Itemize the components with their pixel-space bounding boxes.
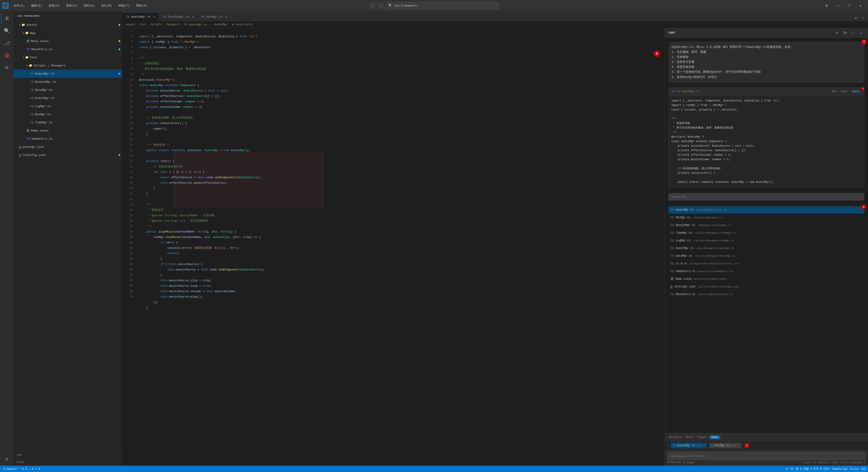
chat-file-timemgr[interactable]: TS TimeMgr.ts …scripts/Managers/TimeMgr.… bbox=[669, 229, 864, 237]
file-name: MainEntry.ts bbox=[676, 293, 695, 296]
breadcrumb-audiomgr-ts[interactable]: TS AudioMgr.ts bbox=[184, 23, 207, 26]
activity-debug[interactable]: 🐞 bbox=[1, 50, 12, 61]
sidebar-item-core[interactable]: ▾ 📁 Core bbox=[13, 53, 122, 61]
chat-new-button[interactable]: + bbox=[834, 30, 840, 36]
menu-terminal[interactable]: 终端(T) bbox=[115, 0, 133, 11]
nav-tab-toggle[interactable]: Toggle bbox=[696, 435, 708, 439]
sidebar-item-timemgr[interactable]: TS TimeMgr.ts bbox=[13, 118, 122, 127]
sidebar-item-logmgr[interactable]: TS LogMgr.ts bbox=[13, 102, 122, 110]
tab-audiomgr[interactable]: TS AudioMgr.ts ✕ bbox=[122, 12, 159, 21]
search-files-area bbox=[669, 192, 864, 202]
chat-refresh-button[interactable]: ⟳ bbox=[842, 30, 848, 36]
settings-button[interactable]: ⚙ bbox=[822, 0, 832, 11]
nav-forward-button[interactable]: → bbox=[377, 2, 384, 9]
sidebar-item-packagejson[interactable]: {} package.json bbox=[13, 143, 122, 151]
chat-file-eventmgr[interactable]: TS EventMgr.ts …ipts/Managers/EventMgr.t… bbox=[669, 245, 864, 252]
menu-file[interactable]: 文件(F) bbox=[10, 0, 28, 11]
sidebar-item-tsconfigjson[interactable]: {} tsconfig.json bbox=[13, 151, 122, 159]
chat-maximize-button[interactable]: □ bbox=[850, 30, 856, 36]
copy-button[interactable]: Copy bbox=[839, 90, 849, 94]
ts-icon: TS bbox=[26, 137, 30, 140]
done-button[interactable]: Done bbox=[709, 435, 720, 439]
chat-input-field[interactable] bbox=[668, 452, 865, 460]
sidebar-item-assets[interactable]: ▾ 📁 assets bbox=[13, 21, 122, 29]
plus-icon[interactable]: + bbox=[668, 444, 669, 447]
line-numbers: 12345 678910 1112131415 1617181920 21222… bbox=[122, 28, 135, 466]
chat-code-filename: TS AudioMgr.ts bbox=[677, 90, 700, 93]
tab-close-icon[interactable]: ✕ bbox=[153, 15, 155, 19]
input-tab-resmgr[interactable]: TS ResMgr.ts File × bbox=[709, 443, 742, 448]
tab-resmgr[interactable]: TS ResMgr.ts ✕ bbox=[197, 12, 231, 21]
search-bar[interactable]: 🔍 c2d_framework bbox=[386, 2, 499, 9]
menu-view[interactable]: 查看(V) bbox=[63, 0, 80, 11]
breadcrumb-managers[interactable]: Managers bbox=[166, 23, 180, 26]
tab-close-icon[interactable]: ✕ bbox=[225, 15, 227, 19]
split-editor-button[interactable]: ⊞ bbox=[852, 15, 859, 21]
breadcrumb-constructor[interactable]: ⊕ constructor bbox=[232, 23, 253, 26]
nav-tab-enter[interactable]: Enter bbox=[684, 435, 695, 439]
activity-settings[interactable]: ⚙ bbox=[1, 453, 12, 465]
file-path: …scripts/Managers/TimeMgr.ts bbox=[694, 231, 736, 234]
activity-extensions[interactable]: ⊞ bbox=[1, 62, 12, 73]
chat-file-mainentry[interactable]: TS MainEntry.ts …assets/App/MainEntry.ts bbox=[669, 291, 864, 298]
minimize-button[interactable]: — bbox=[833, 0, 843, 11]
code-editor[interactable]: 12345 678910 1112131415 1617181920 21222… bbox=[122, 28, 664, 466]
tab-label: AudioMgr.ts bbox=[131, 15, 151, 19]
menu-select[interactable]: 选择(S) bbox=[45, 0, 63, 11]
search-files-input[interactable] bbox=[669, 193, 864, 200]
sidebar-item-managers[interactable]: ▾ 📁 Scripts | Managers bbox=[13, 61, 122, 70]
mention-hint[interactable]: @ Mention bbox=[668, 461, 681, 464]
chat-file-settings[interactable]: {} settings.json …g/Cursor/User/settings… bbox=[669, 283, 864, 290]
image-hint[interactable]: ⊞ Image bbox=[684, 461, 694, 464]
activity-git[interactable]: ⎇ bbox=[1, 37, 12, 49]
nav-tab-navigate[interactable]: Navigate bbox=[668, 435, 683, 439]
nav-back-button[interactable]: ← bbox=[369, 2, 376, 9]
error-count[interactable]: ⊗ 0 △ 0 ⊘ 0 bbox=[22, 467, 40, 471]
close-button[interactable]: ✕ bbox=[855, 0, 866, 11]
chat-file-resmgr[interactable]: TS ResMgr.ts …eScripts/Manage…y.ts bbox=[669, 214, 864, 221]
chat-file-datamgr[interactable]: TS DataMgr.ts …scripts/Managers/DataMgr.… bbox=[669, 252, 864, 260]
git-branch[interactable]: ⎇ master* bbox=[2, 467, 19, 471]
menu-edit[interactable]: 编辑(E) bbox=[28, 0, 45, 11]
sidebar-item-app[interactable]: ▾ 📁 App bbox=[13, 29, 122, 37]
chat-file-ccdts[interactable]: TS cc.d.ts …f/engine/bin/declarations/cc… bbox=[669, 260, 864, 267]
ts-icon: TS bbox=[670, 247, 674, 250]
status-indicator bbox=[119, 73, 120, 74]
sidebar-item-gameentry[interactable]: TS GameEntry.ts bbox=[13, 135, 122, 143]
apply-button[interactable]: Apply bbox=[850, 90, 862, 94]
tab-label: BundleMgr.ts bbox=[168, 15, 189, 19]
chat-file-logmgr[interactable]: TS LogMgr.ts …/Scripts/Managers/LogMgr.t… bbox=[669, 237, 864, 244]
sidebar-item-eventmgr[interactable]: TS EventMgr.ts bbox=[13, 94, 122, 102]
menu-goto[interactable]: 转到(G) bbox=[81, 0, 98, 11]
menu-run[interactable]: 运行(R) bbox=[98, 0, 115, 11]
sidebar-item-gamescene[interactable]: 🎬 Game.scene bbox=[13, 127, 122, 135]
activity-search[interactable]: 🔍 bbox=[1, 25, 12, 37]
input-tab-audiomgr[interactable]: TS AudioMgr.ts File × bbox=[671, 443, 707, 448]
chat-close-button[interactable]: ✕ bbox=[858, 30, 864, 36]
file-path: …f/engine/bin/declarations/cc.d.ts bbox=[689, 262, 740, 265]
tab-close-icon[interactable]: ✕ bbox=[192, 15, 194, 19]
editor-chat-split: 12345 678910 1112131415 1617181920 21222… bbox=[122, 28, 868, 466]
breadcrumb-scripts[interactable]: Scripts bbox=[151, 23, 162, 26]
chat-file-gameentry[interactable]: TS GameEntry.ts assets/Core/GameEntry.ts bbox=[669, 268, 864, 275]
sidebar-item-mainentry[interactable]: TS MainEntry.ts bbox=[13, 45, 122, 53]
chat-file-gamescene[interactable]: 🎬 Game.scene assets/Core/Game.scene bbox=[669, 276, 864, 283]
menu-help[interactable]: 帮助(H) bbox=[133, 0, 150, 11]
sidebar-item-datamgr[interactable]: TS DataMgr.ts bbox=[13, 86, 122, 94]
maximize-button[interactable]: □ bbox=[844, 0, 855, 11]
sidebar-item-bundlemgr[interactable]: TS BundleMgr.ts bbox=[13, 78, 122, 86]
breadcrumb-assets[interactable]: assets bbox=[126, 23, 135, 26]
sidebar-item-audiomgr[interactable]: TS AudioMgr.ts bbox=[13, 70, 122, 78]
ask-button[interactable]: Ask bbox=[830, 90, 838, 94]
ts-icon: TS bbox=[30, 105, 34, 108]
chat-file-audiomgr[interactable]: TS AudioMgr.ts …pts/Managers/…lgr.ts 2 bbox=[669, 206, 864, 214]
breadcrumb-core[interactable]: Core bbox=[140, 23, 146, 26]
tab-bundlemgr[interactable]: TS BundleMgr.ts ✕ bbox=[159, 12, 197, 21]
more-actions-button[interactable]: ⋯ bbox=[860, 15, 866, 21]
sidebar-item-mainscene[interactable]: 🎬 Main.scene bbox=[13, 37, 122, 45]
breadcrumb-audiomgr-class[interactable]: ☆ AudioMgr bbox=[211, 23, 228, 26]
activity-explorer[interactable]: ⎘ bbox=[1, 13, 12, 24]
sidebar-item-resmgr[interactable]: TS ResMgr.ts bbox=[13, 110, 122, 118]
sidebar-item-label: ResMgr.ts bbox=[35, 113, 51, 116]
chat-file-bundlemgr[interactable]: TS BundleMgr.ts …/Managers/BundleMgr.ts bbox=[669, 222, 864, 229]
